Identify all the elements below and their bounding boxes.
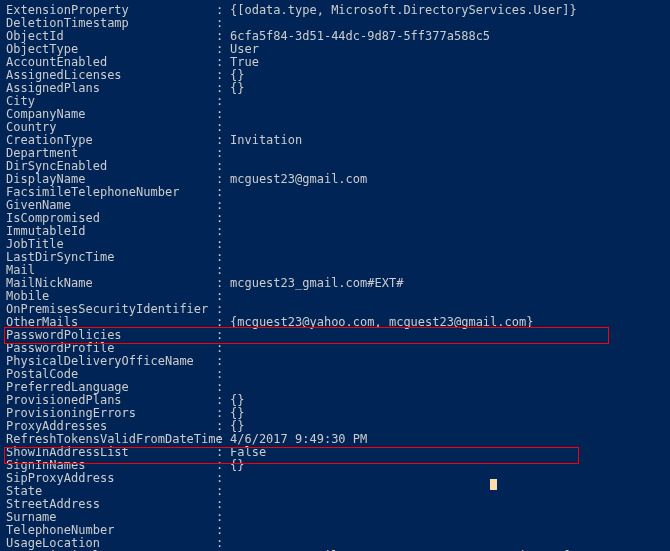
output-row: FacsimileTelephoneNumber: bbox=[6, 186, 664, 199]
output-lines: ExtensionProperty:{[odata.type, Microsof… bbox=[6, 4, 664, 551]
property-value: Invitation bbox=[230, 134, 302, 147]
property-value: mcguest23_gmail.com#EXT# bbox=[230, 277, 403, 290]
output-row: AssignedLicenses:{} bbox=[6, 69, 664, 82]
output-row: State: bbox=[6, 485, 664, 498]
output-row: LastDirSyncTime: bbox=[6, 251, 664, 264]
text-cursor bbox=[490, 479, 497, 490]
output-row: CreationType:Invitation bbox=[6, 134, 664, 147]
output-row: TelephoneNumber: bbox=[6, 524, 664, 537]
property-value: {} bbox=[230, 459, 244, 472]
output-row: ShowInAddressList:False bbox=[6, 446, 664, 459]
property-label: AssignedPlans bbox=[6, 82, 216, 95]
powershell-console[interactable]: ExtensionProperty:{[odata.type, Microsof… bbox=[0, 0, 670, 551]
output-row: ImmutableId: bbox=[6, 225, 664, 238]
property-value: {} bbox=[230, 82, 244, 95]
output-row: AssignedPlans:{} bbox=[6, 82, 664, 95]
output-row: IsCompromised: bbox=[6, 212, 664, 225]
property-value: mcguest23@gmail.com bbox=[230, 173, 367, 186]
output-row: PhysicalDeliveryOfficeName: bbox=[6, 355, 664, 368]
output-row: City: bbox=[6, 95, 664, 108]
output-row: Country: bbox=[6, 121, 664, 134]
output-row: GivenName: bbox=[6, 199, 664, 212]
property-value: {[odata.type, Microsoft.DirectoryService… bbox=[230, 4, 577, 17]
output-row: MailNickName:mcguest23_gmail.com#EXT# bbox=[6, 277, 664, 290]
property-value: {mcguest23@yahoo.com, mcguest23@gmail.co… bbox=[230, 316, 533, 329]
output-row: StreetAddress: bbox=[6, 498, 664, 511]
property-value: 6cfa5f84-3d51-44dc-9d87-5ff377a588c5 bbox=[230, 30, 490, 43]
output-row: SipProxyAddress: bbox=[6, 472, 664, 485]
output-row: ObjectId:6cfa5f84-3d51-44dc-9d87-5ff377a… bbox=[6, 30, 664, 43]
output-row: CompanyName: bbox=[6, 108, 664, 121]
property-label: LastDirSyncTime bbox=[6, 251, 216, 264]
